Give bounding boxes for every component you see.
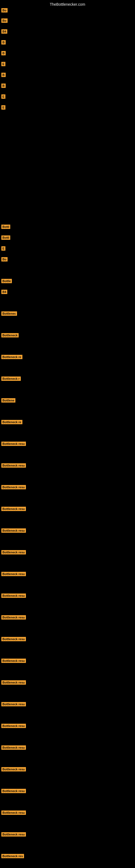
result-badge: E (1, 62, 5, 66)
result-badge: Bottleneck resu (1, 615, 26, 620)
result-badge: Bo (1, 19, 8, 23)
result-badge: Bottleneck re (1, 420, 22, 424)
result-badge: Bottleneck resu (1, 724, 26, 728)
result-badge: Bottleneck resu (1, 702, 26, 706)
result-badge: B (1, 51, 6, 55)
result-badge: Bo (1, 257, 8, 261)
result-badge: Bottleneck resu (1, 485, 26, 489)
result-badge: Bottleneck resu (1, 832, 26, 837)
result-badge: Bottlenec (1, 311, 17, 316)
result-badge: B (1, 73, 6, 77)
result-badge: Bottle (1, 279, 12, 283)
result-badge: Bottleneck resu (1, 463, 26, 468)
result-badge: Bottlene (1, 398, 15, 403)
result-badge: Bottleneck resu (1, 507, 26, 511)
result-badge: Bottleneck resu (1, 810, 26, 815)
result-badge: Bottleneck resu (1, 593, 26, 598)
result-badge: Bottl (1, 225, 10, 229)
result-badge: E (1, 94, 5, 99)
result-badge: B4 (1, 29, 7, 34)
result-badge: Bottleneck res (1, 854, 24, 858)
result-badge: Bo (1, 8, 8, 12)
result-badge: Bottleneck re (1, 355, 22, 359)
result-badge: Bottleneck resu (1, 789, 26, 793)
result-badge: Bottleneck resu (1, 637, 26, 641)
result-badge: B (1, 84, 6, 88)
result-badge: Bottleneck resu (1, 442, 26, 446)
result-badge: Bottleneck resu (1, 528, 26, 533)
result-badge: Bottleneck resu (1, 572, 26, 576)
result-badge: Bottleneck resu (1, 680, 26, 685)
result-badge: E (1, 246, 5, 251)
result-badge: Bottleneck resu (1, 659, 26, 663)
result-badge: E (1, 105, 5, 110)
result-badge: Bottleneck r (1, 376, 21, 381)
result-badge: B4 (1, 290, 7, 294)
result-badge: B (1, 40, 6, 44)
result-badge: Bottleneck (1, 333, 18, 337)
site-title: TheBottlenecker.com (50, 2, 85, 6)
result-badge: Bottleneck resu (1, 550, 26, 554)
result-badge: Bottl (1, 236, 10, 240)
result-badge: Bottleneck resu (1, 767, 26, 771)
result-badge: Bottleneck resu (1, 745, 26, 750)
